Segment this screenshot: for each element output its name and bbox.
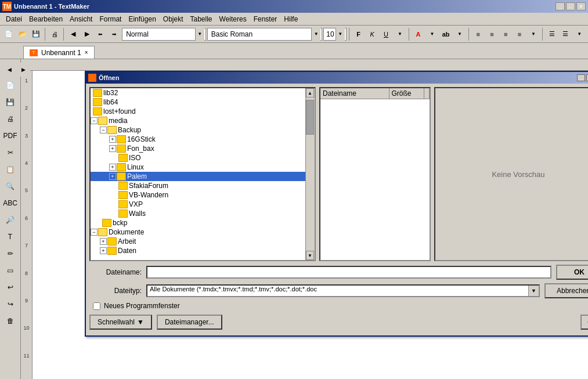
tree-vbwandern[interactable]: VB-Wandern bbox=[91, 190, 315, 200]
underline-btn[interactable]: U bbox=[380, 27, 392, 41]
menu-datei[interactable]: Datei bbox=[2, 14, 26, 24]
underline-arrow[interactable]: ▼ bbox=[394, 27, 406, 41]
cancel-button[interactable]: Abbrechen bbox=[544, 283, 588, 298]
size-dropdown[interactable]: 10 ▼ bbox=[323, 28, 346, 41]
expand-dokumente[interactable]: − bbox=[91, 229, 98, 236]
tool-spellcheck[interactable]: ABC bbox=[2, 195, 19, 211]
italic-btn[interactable]: K bbox=[366, 27, 378, 41]
col-extra[interactable] bbox=[424, 88, 430, 99]
tool-redo2[interactable]: ↪ bbox=[2, 296, 19, 312]
scroll-thumb[interactable] bbox=[306, 100, 314, 135]
filetype-arrow[interactable]: ▼ bbox=[528, 286, 539, 296]
align-arrow[interactable]: ▼ bbox=[527, 27, 540, 41]
redo-btn[interactable]: ▶ bbox=[81, 27, 93, 41]
tree-scrollbar[interactable]: ▲ ▼ bbox=[305, 88, 315, 260]
expand-backup[interactable]: − bbox=[100, 127, 107, 133]
tab-right-btn[interactable]: ▶ bbox=[16, 63, 30, 77]
filetype-select-wrapper[interactable]: Alle Dokumente (*.tmdx;*.tmvx;*.tmd;*.tm… bbox=[146, 284, 540, 297]
tool-cut[interactable]: ✂ bbox=[2, 145, 19, 161]
tree-linux[interactable]: + Linux bbox=[91, 163, 315, 172]
dialog-minimize[interactable]: _ bbox=[577, 74, 585, 81]
expand-arbeit[interactable]: + bbox=[100, 238, 107, 245]
tool-print2[interactable]: 🖨 bbox=[2, 111, 19, 127]
tree-lib64[interactable]: lib64 bbox=[91, 98, 315, 107]
tree-lostfound[interactable]: lost+found bbox=[91, 107, 315, 116]
font-dropdown[interactable]: Basic Roman ▼ bbox=[207, 28, 323, 41]
undo-btn[interactable]: ◀ bbox=[67, 27, 80, 41]
tree-bckp[interactable]: bckp bbox=[91, 218, 315, 228]
tree-walls[interactable]: Walls bbox=[91, 209, 315, 218]
indent-btn[interactable]: ☰ bbox=[559, 27, 572, 41]
fontcolor-arrow[interactable]: ▼ bbox=[425, 27, 438, 41]
align-justify[interactable]: ≡ bbox=[513, 27, 526, 41]
align-center[interactable]: ≡ bbox=[486, 27, 499, 41]
document-area[interactable]: Öffnen _ □ × bbox=[33, 71, 588, 379]
minimize-btn[interactable]: _ bbox=[555, 2, 565, 10]
tree-media[interactable]: − media bbox=[91, 116, 315, 125]
menu-einfuegen[interactable]: Einfügen bbox=[125, 14, 159, 24]
highlight-arrow[interactable]: ▼ bbox=[453, 27, 466, 41]
list-btn[interactable]: ☰ bbox=[546, 27, 558, 41]
tree-lib32[interactable]: lib32 bbox=[91, 88, 315, 98]
menu-ansicht[interactable]: Ansicht bbox=[66, 14, 96, 24]
tab-unbenannt1[interactable]: T Unbenannt 1 × bbox=[23, 46, 95, 59]
expand-16gstick[interactable]: + bbox=[109, 136, 116, 143]
ok-button[interactable]: OK bbox=[556, 265, 588, 280]
highlight-btn[interactable]: ab bbox=[439, 27, 452, 41]
style-dropdown[interactable]: Normal ▼ bbox=[122, 28, 206, 41]
tree-vxp[interactable]: VXP bbox=[91, 200, 315, 209]
print-btn[interactable]: 🖨 bbox=[48, 27, 61, 41]
tool-find[interactable]: 🔍 bbox=[2, 178, 19, 194]
filename-input[interactable] bbox=[146, 266, 551, 279]
expand-media[interactable]: − bbox=[91, 117, 98, 124]
tool-draw[interactable]: ✏ bbox=[2, 246, 19, 262]
menu-fenster[interactable]: Fenster bbox=[250, 14, 281, 24]
open-btn[interactable]: 📂 bbox=[16, 27, 29, 41]
col-dateiname[interactable]: Dateiname bbox=[320, 88, 389, 99]
tree-iso[interactable]: ISO bbox=[91, 153, 315, 163]
style-dropdown-arrow[interactable]: ▼ bbox=[195, 28, 204, 41]
tree-sfakia[interactable]: SfakiaForum bbox=[91, 181, 315, 190]
tree-16gstick[interactable]: + 16GStick bbox=[91, 135, 315, 144]
tool-save2[interactable]: 💾 bbox=[2, 94, 19, 110]
menu-objekt[interactable]: Objekt bbox=[160, 14, 187, 24]
scroll-up-arrow[interactable]: ▲ bbox=[306, 88, 314, 98]
dateimanager-button[interactable]: Dateimanager... bbox=[157, 315, 222, 330]
tool-shape[interactable]: ▭ bbox=[2, 262, 19, 279]
close-btn[interactable]: × bbox=[576, 2, 586, 10]
align-right[interactable]: ≡ bbox=[499, 27, 512, 41]
tree-fonbax[interactable]: + Fon_bax bbox=[91, 144, 315, 153]
file-list-pane[interactable]: Dateiname Größe bbox=[319, 87, 431, 261]
bold-btn[interactable]: F bbox=[352, 27, 365, 41]
back-btn[interactable]: ⬅ bbox=[95, 27, 107, 41]
tool-undo2[interactable]: ↩ bbox=[2, 279, 19, 295]
expand-palem[interactable]: + bbox=[109, 173, 116, 180]
tool-text[interactable]: T bbox=[2, 229, 19, 245]
indent-arrow[interactable]: ▼ bbox=[573, 27, 586, 41]
font-dropdown-arrow[interactable]: ▼ bbox=[311, 28, 320, 41]
col-groesse[interactable]: Größe bbox=[389, 88, 424, 99]
new-window-checkbox[interactable] bbox=[93, 302, 100, 310]
menu-weiteres[interactable]: Weiteres bbox=[216, 14, 250, 24]
save-btn[interactable]: 💾 bbox=[30, 27, 43, 41]
tool-pdf[interactable]: PDF bbox=[2, 128, 19, 144]
tree-backup[interactable]: − Backup bbox=[91, 125, 315, 135]
tool-new[interactable]: 📄 bbox=[2, 77, 19, 93]
tree-arbeit[interactable]: + Arbeit bbox=[91, 237, 315, 246]
size-dropdown-arrow[interactable]: ▼ bbox=[336, 28, 345, 41]
expand-daten[interactable]: + bbox=[100, 247, 107, 254]
tool-zoom[interactable]: 🔎 bbox=[2, 212, 19, 228]
file-tree-pane[interactable]: lib32 lib64 bbox=[89, 87, 316, 261]
tab-close-btn[interactable]: × bbox=[85, 49, 88, 56]
expand-linux[interactable]: + bbox=[109, 164, 116, 171]
maximize-btn[interactable]: □ bbox=[566, 2, 575, 10]
scroll-down-arrow[interactable]: ▼ bbox=[306, 251, 314, 260]
fwd-btn[interactable]: ➡ bbox=[108, 27, 121, 41]
tab-left-btn[interactable]: ◀ bbox=[2, 63, 16, 77]
tree-daten[interactable]: + Daten bbox=[91, 246, 315, 255]
tree-palem[interactable]: + Palem bbox=[91, 172, 315, 181]
schnellwahl-button[interactable]: Schnellwahl ▼ bbox=[89, 315, 152, 330]
tool-paste[interactable]: 📋 bbox=[2, 161, 19, 178]
tree-dokumente[interactable]: − Dokumente bbox=[91, 228, 315, 237]
tool-delete[interactable]: 🗑 bbox=[2, 313, 19, 329]
